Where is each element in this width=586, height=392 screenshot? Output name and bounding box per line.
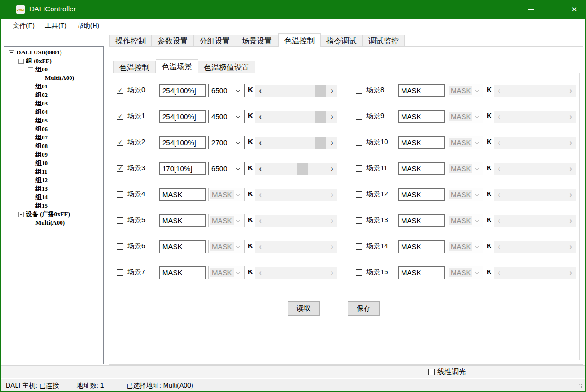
scrollbar-track[interactable]	[504, 215, 566, 227]
scene-scrollbar[interactable]: ‹›	[494, 215, 576, 227]
scrollbar-track[interactable]	[265, 137, 327, 149]
scene-scrollbar[interactable]: ‹›	[494, 241, 576, 253]
scene-checkbox[interactable]	[117, 191, 123, 198]
scrollbar-right-arrow-icon[interactable]: ›	[566, 85, 576, 97]
scene-checkbox[interactable]	[117, 243, 123, 250]
tree-item[interactable]: 组05	[28, 116, 103, 125]
scrollbar-left-arrow-icon[interactable]: ‹	[255, 85, 265, 97]
scrollbar-left-arrow-icon[interactable]: ‹	[255, 267, 265, 279]
scene-temp-select[interactable]: MASK	[208, 188, 245, 201]
scene-temp-select[interactable]: MASK	[447, 136, 483, 149]
tree-item[interactable]: 组09	[28, 150, 103, 159]
scrollbar-track[interactable]	[265, 163, 327, 175]
tree-item[interactable]: 组11	[28, 167, 103, 176]
scrollbar-left-arrow-icon[interactable]: ‹	[494, 163, 504, 175]
scene-checkbox[interactable]	[356, 87, 362, 94]
scrollbar-right-arrow-icon[interactable]: ›	[327, 189, 337, 201]
scrollbar-left-arrow-icon[interactable]: ‹	[494, 189, 504, 201]
tree-item[interactable]: 组02	[28, 91, 103, 99]
scene-checkbox[interactable]: ✓	[117, 87, 123, 94]
scrollbar-thumb[interactable]	[315, 85, 326, 97]
scene-level-input[interactable]	[159, 266, 206, 279]
tree-item[interactable]: 组08	[28, 142, 103, 150]
tree-item[interactable]: Multi(A00)	[28, 218, 103, 227]
scene-checkbox[interactable]	[356, 191, 362, 198]
scene-level-input[interactable]	[159, 162, 206, 175]
tree-item[interactable]: 组07	[28, 133, 103, 142]
scene-scrollbar[interactable]: ‹›	[255, 267, 337, 279]
scrollbar-right-arrow-icon[interactable]: ›	[327, 85, 337, 97]
scene-checkbox[interactable]	[356, 243, 362, 250]
scene-scrollbar[interactable]: ‹›	[494, 267, 576, 279]
scrollbar-left-arrow-icon[interactable]: ‹	[494, 111, 504, 123]
scene-scrollbar[interactable]: ‹›	[494, 189, 576, 201]
scrollbar-right-arrow-icon[interactable]: ›	[566, 189, 576, 201]
scene-level-input[interactable]	[159, 110, 206, 123]
scene-temp-select[interactable]: MASK	[208, 266, 245, 279]
tree-item[interactable]: 设备 (广播0xFF)	[18, 210, 103, 218]
scrollbar-left-arrow-icon[interactable]: ‹	[494, 215, 504, 227]
scene-scrollbar[interactable]: ‹›	[255, 215, 337, 227]
scene-scrollbar[interactable]: ‹›	[255, 111, 337, 123]
scene-scrollbar[interactable]: ‹›	[255, 241, 337, 253]
scene-temp-select[interactable]: MASK	[447, 214, 483, 227]
resize-grip[interactable]	[576, 382, 583, 388]
scene-temp-select[interactable]: MASK	[447, 162, 483, 175]
scene-checkbox[interactable]	[356, 269, 362, 276]
tab-色温控制[interactable]: 色温控制	[278, 33, 321, 47]
scene-scrollbar[interactable]: ‹›	[494, 163, 576, 175]
menu-item-1[interactable]: 工具(T)	[40, 19, 72, 33]
tab-调试监控[interactable]: 调试监控	[363, 35, 405, 47]
scene-level-input[interactable]	[159, 136, 206, 149]
scrollbar-right-arrow-icon[interactable]: ›	[566, 241, 576, 253]
scene-scrollbar[interactable]: ‹›	[255, 85, 337, 97]
scene-checkbox[interactable]	[356, 113, 362, 120]
scene-level-input[interactable]	[398, 110, 445, 123]
tree-item[interactable]: 组03	[28, 99, 103, 108]
scrollbar-right-arrow-icon[interactable]: ›	[327, 267, 337, 279]
scene-scrollbar[interactable]: ‹›	[494, 85, 576, 97]
scrollbar-right-arrow-icon[interactable]: ›	[327, 163, 337, 175]
tree-expander-icon[interactable]	[28, 67, 33, 72]
tree-expander-icon[interactable]	[9, 50, 14, 55]
linear-dimming-checkbox[interactable]	[428, 369, 435, 375]
scene-temp-select[interactable]: MASK	[447, 240, 483, 253]
scrollbar-track[interactable]	[265, 111, 327, 123]
scrollbar-track[interactable]	[504, 241, 566, 253]
scrollbar-left-arrow-icon[interactable]: ‹	[494, 267, 504, 279]
scrollbar-right-arrow-icon[interactable]: ›	[566, 137, 576, 149]
scrollbar-left-arrow-icon[interactable]: ‹	[255, 189, 265, 201]
scene-checkbox[interactable]	[117, 217, 123, 224]
tree-item[interactable]: 组00	[28, 65, 103, 74]
scrollbar-track[interactable]	[504, 137, 566, 149]
scene-temp-select[interactable]: MASK	[447, 110, 483, 123]
scrollbar-thumb[interactable]	[315, 137, 326, 149]
scrollbar-right-arrow-icon[interactable]: ›	[566, 163, 576, 175]
scene-level-input[interactable]	[398, 266, 445, 279]
scene-level-input[interactable]	[159, 188, 206, 201]
scrollbar-left-arrow-icon[interactable]: ‹	[494, 85, 504, 97]
scene-level-input[interactable]	[398, 162, 445, 175]
scene-temp-select[interactable]: MASK	[208, 240, 245, 253]
tree-item[interactable]: DALI USB(0001)	[9, 48, 103, 57]
scrollbar-track[interactable]	[504, 111, 566, 123]
scene-temp-select[interactable]: MASK	[447, 188, 483, 201]
tab-参数设置[interactable]: 参数设置	[152, 35, 194, 47]
scrollbar-right-arrow-icon[interactable]: ›	[566, 267, 576, 279]
scene-checkbox[interactable]	[356, 165, 362, 172]
subtab-色温场景[interactable]: 色温场景	[156, 59, 198, 74]
scene-level-input[interactable]	[159, 240, 206, 253]
scrollbar-right-arrow-icon[interactable]: ›	[566, 111, 576, 123]
tab-场景设置[interactable]: 场景设置	[236, 35, 278, 47]
scene-temp-select[interactable]: MASK	[447, 266, 483, 279]
tree-item[interactable]: 组15	[28, 201, 103, 210]
tree-item[interactable]: 组 (0xFF)	[18, 57, 103, 65]
tree-item[interactable]: 组14	[28, 193, 103, 201]
scrollbar-track[interactable]	[504, 163, 566, 175]
scene-temp-select[interactable]: 4500	[208, 110, 245, 123]
scene-temp-select[interactable]: MASK	[447, 84, 483, 97]
tab-操作控制[interactable]: 操作控制	[109, 35, 152, 47]
scene-scrollbar[interactable]: ‹›	[255, 189, 337, 201]
scene-level-input[interactable]	[159, 84, 206, 97]
scrollbar-left-arrow-icon[interactable]: ‹	[255, 215, 265, 227]
